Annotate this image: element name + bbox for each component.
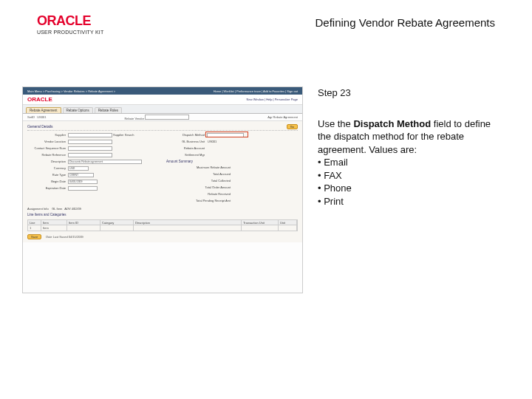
ss-grid-row-1[interactable]: 1 Item: [27, 225, 298, 231]
ss-vendor-location-input[interactable]: [68, 140, 112, 144]
value-fax: FAX: [318, 169, 495, 183]
ss-gh-txnunit: Transaction Unit: [242, 220, 279, 225]
instruction-text: Use the Dispatch Method field to define …: [318, 117, 495, 157]
ss-amt-2: Total Collected: [166, 179, 233, 183]
ss-gh-itemid: Item ID: [67, 220, 100, 225]
ss-nav-links: New Window | Help | Personalize Page: [247, 98, 302, 101]
app-screenshot: Main Menu > Purchasing > Vendor Rebates …: [22, 86, 303, 293]
ss-l-dispatch: Dispatch Method: [166, 133, 207, 137]
ss-setid-label: SetID: [27, 115, 35, 119]
value-email: Email: [318, 156, 495, 169]
upk-subtitle: USER PRODUCTIVITY KIT: [37, 30, 103, 35]
ss-l-rebate-acct: Rebate Account: [166, 146, 207, 150]
ss-grid-title: Line Items and Categories: [27, 213, 298, 216]
ss-oracle-logo: ORACLE: [27, 96, 52, 103]
ss-l-gl-bu: GL Business Unit: [166, 140, 207, 143]
ss-grid-header: Line Item Item ID Category Description T…: [27, 219, 298, 225]
ss-supplier-input[interactable]: [68, 133, 112, 137]
ss-form-columns: SupplierSupplier Search Vendor Location …: [27, 132, 298, 205]
ss-amt-5: Total Pending Receipt Amt: [166, 199, 233, 202]
ss-brand-bar: ORACLE New Window | Help | Personalize P…: [23, 95, 302, 105]
ss-tab-rebate-agreement[interactable]: Rebate Agreement: [26, 107, 61, 113]
ss-l-vendor-location: Vendor Location: [27, 140, 68, 143]
ss-gh-unit: Unit: [279, 220, 297, 225]
ss-last-saved: Date Last Saved 04/15/2009: [46, 235, 83, 239]
ss-contact-seq-input[interactable]: [68, 146, 112, 151]
intro-field-name: Dispatch Method: [353, 118, 431, 129]
content-row: Main Menu > Purchasing > Vendor Rebates …: [0, 42, 532, 293]
ss-gl-bu-value: US001: [207, 140, 216, 143]
ss-begin-date-input[interactable]: 04/01/2009: [68, 180, 98, 184]
oracle-wordmark: ORACLE: [37, 13, 91, 29]
ss-gh-item: Item: [41, 220, 67, 225]
ss-rebate-vendor-label: Rebate Vendor: [124, 117, 144, 120]
intro-pre: Use the: [318, 118, 353, 129]
ss-gr-txnunit: [242, 225, 279, 231]
ss-right-col: Dispatch Method GL Business UnitUS001 Re…: [166, 132, 298, 205]
ss-general-details-label: General Details: [27, 124, 52, 129]
ss-top-links: Home | Worklist | Performance trace | Ad…: [214, 89, 298, 93]
oracle-upk-logo: ORACLE USER PRODUCTIVITY KIT: [37, 13, 103, 35]
ss-gh-category: Category: [100, 220, 134, 225]
page-title: Defining Vendor Rebate Agreements: [316, 13, 496, 29]
ss-assignment-info: Assignment Info GL Item ADV 4/02/09: [27, 207, 298, 211]
ss-amt-4: Rebate Received: [166, 192, 233, 196]
ss-toolbar: SetID US001 Rebate Vendor Agr Rebate Agr…: [23, 114, 302, 121]
page-header: ORACLE USER PRODUCTIVITY KIT Defining Ve…: [0, 0, 532, 42]
ss-gr-itemid: [67, 225, 100, 231]
ss-amt-3: Total Order Amount: [166, 185, 233, 189]
ss-breadcrumb: Main Menu > Purchasing > Vendor Rebates …: [27, 89, 115, 93]
ss-l-description: Description: [27, 160, 68, 163]
ss-supplier-search[interactable]: Supplier Search: [112, 133, 134, 137]
ss-save-button[interactable]: Save: [27, 234, 41, 239]
ss-agr-label: Agr Rebate Agreement: [267, 115, 298, 119]
value-print: Print: [318, 195, 495, 208]
ss-tab-rebate-rules[interactable]: Rebate Rules: [95, 107, 122, 113]
ss-gr-line: 1: [28, 225, 41, 231]
ss-rate-type-input[interactable]: CRRNT: [68, 173, 94, 177]
ss-gr-unit: [279, 225, 297, 231]
ss-l-currency: Currency: [27, 166, 68, 170]
ss-rebate-vendor-dropdown[interactable]: [145, 115, 189, 120]
ss-l-supplier: Supplier: [27, 133, 68, 137]
ss-gr-desc: [134, 225, 242, 231]
ss-l-expiration: Expiration Date: [27, 186, 68, 190]
ss-amt-0: Maximum Rebate Amount: [166, 166, 233, 169]
value-list: Email FAX Phone Print: [318, 156, 495, 208]
ss-go-button[interactable]: Go: [287, 124, 298, 129]
ss-currency-input[interactable]: USD: [68, 166, 89, 171]
ss-l-contact-seq: Contact Sequence Num: [27, 146, 68, 150]
ss-amount-summary-header: Amount Summary: [166, 160, 298, 163]
ss-left-col: SupplierSupplier Search Vendor Location …: [27, 132, 159, 205]
ss-description-input[interactable]: Discounts Rebate agreement: [68, 160, 142, 164]
ss-l-begin-date: Begin Date: [27, 180, 68, 183]
ss-l-rebate-ref: Rebate Reference: [27, 153, 68, 157]
ss-tabstrip: Rebate Agreement Rebate Options Rebate R…: [23, 105, 302, 114]
instruction-panel: Step 23 Use the Dispatch Method field to…: [318, 86, 495, 293]
ss-expiration-input[interactable]: [68, 186, 98, 191]
ss-general-details-header: General Details Go: [27, 124, 298, 131]
ss-amt-1: Total Accrued: [166, 172, 233, 176]
ss-rebate-ref-input[interactable]: [68, 153, 112, 157]
ss-l-rate-type: Rate Type: [27, 173, 68, 177]
step-number: Step 23: [318, 86, 495, 100]
ss-dispatch-method-dropdown[interactable]: [207, 133, 244, 137]
ss-gr-category: [100, 225, 134, 231]
ss-footer-bar: Save Date Last Saved 04/15/2009: [27, 234, 298, 239]
ss-l-settlement-mgr: Settlement Mgr: [166, 153, 207, 157]
ss-body: General Details Go SupplierSupplier Sear…: [23, 121, 302, 242]
ss-breadcrumb-bar: Main Menu > Purchasing > Vendor Rebates …: [23, 87, 302, 95]
ss-setid-value: US001: [37, 115, 46, 119]
ss-tab-rebate-options[interactable]: Rebate Options: [63, 107, 93, 113]
value-phone: Phone: [318, 182, 495, 195]
ss-gh-desc: Description: [134, 220, 242, 225]
ss-gr-item: Item: [41, 225, 67, 231]
ss-gh-line: Line: [28, 220, 41, 225]
